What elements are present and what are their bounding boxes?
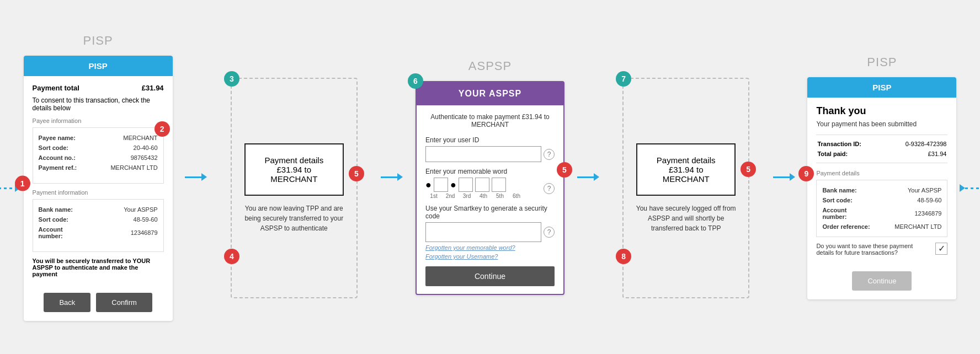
label-5th: 5th [493,193,507,199]
aspsp-title: ASPSP [468,59,512,73]
table-row: Transaction ID: 0-9328-472398 [817,140,946,148]
pisp-first-title: PISP [83,34,113,48]
payee-name-label: Payee name: [39,133,88,142]
payee-info-table: Payee name: MERCHANT Sort code: 20-40-60… [38,132,159,173]
label-6th: 6th [509,193,524,199]
sort-code2-label: Sort code: [39,215,88,224]
step3-notice: You are now leaving TPP and are being se… [241,203,348,233]
table-row: Order reference: MERCHANT LTD [822,222,941,231]
pisp-last-card: PISP Thank you Your payment has been sub… [807,77,956,299]
continue-button[interactable]: Continue [852,271,912,291]
badge-5-step7: 5 [741,162,756,177]
consent-text: To consent to this transaction, check th… [33,96,164,112]
payment-total-row: Payment total £31.94 [33,84,164,92]
badge-4: 4 [224,249,239,264]
back-button[interactable]: Back [44,293,90,312]
arrow-1-3 [185,173,207,181]
payment-ref-label: Payment ref.: [39,163,88,172]
pisp-first-card: PISP Payment total £31.94 To consent to … [24,56,173,321]
user-id-label: Enter your user ID [425,136,555,144]
memorable-box-2[interactable] [434,178,448,192]
pisp-first-body: Payment total £31.94 To consent to this … [24,76,173,293]
badge-3: 3 [224,71,239,87]
pisp-last-header: PISP [807,77,956,98]
bank-name-value: Your ASPSP [873,186,941,195]
section-step3: ASPSP 3 5 Payment details £31.94 to MERC… [207,56,381,298]
dashed-step3: 3 5 Payment details £31.94 to MERCHANT 4… [231,78,358,298]
memorable-help-icon[interactable]: ? [544,183,555,194]
table-row: Sort code: 48-59-60 [822,196,941,205]
memorable-word-row: ● ● 1st 2nd 3rd 4th [425,178,555,199]
transaction-table: Transaction ID: 0-9328-472398 Total paid… [816,135,947,163]
arrow-6-7 [577,173,599,181]
payment-ref-value: MERCHANT LTD [89,163,158,172]
account-number-label: Account number: [822,206,872,221]
table-row: Account number: 12346879 [39,225,158,240]
bank-name-value: Your ASPSP [89,205,158,214]
bank-name-label: Bank name: [39,205,88,214]
account-number-value: 12346879 [89,225,158,240]
thankyou-sub: Your payment has been submitted [816,120,947,128]
dot-1: ● [425,178,432,192]
right-arrow [960,184,980,192]
aspsp-header: YOUR ASPSP [417,82,563,105]
memorable-box-5[interactable] [475,178,489,192]
smartkey-help-icon[interactable]: ? [544,227,555,238]
table-row: Bank name: Your ASPSP [822,186,941,195]
aspsp-continue-button[interactable]: Continue [425,266,555,286]
smartkey-input[interactable] [425,222,541,242]
total-paid-label: Total paid: [817,149,883,158]
table-row: Sort code: 48-59-60 [39,215,158,224]
badge-2: 2 [155,121,170,137]
payee-name-value: MERCHANT [89,133,158,142]
table-row: Total paid: £31.94 [817,149,946,158]
table-row: Account no.: 98765432 [39,153,158,162]
label-3rd: 3rd [460,193,474,199]
section-step7: ASPSP 7 5 Payment details £31.94 to MERC… [599,56,773,298]
total-paid-value: £31.94 [885,149,946,158]
table-row: Payee name: MERCHANT [39,133,158,142]
table-row: Sort code: 20-40-60 [39,143,158,152]
memorable-labels: 1st 2nd 3rd 4th 5th 6th [425,193,541,199]
pisp-first-header: PISP [24,56,173,76]
label-1st: 1st [427,193,441,199]
thankyou-title: Thank you [816,105,947,117]
memorable-box-4[interactable] [459,178,473,192]
transfer-notice: You will be securely transferred to YOUR… [33,258,164,277]
memorable-box-6[interactable] [492,178,506,192]
confirm-button[interactable]: Confirm [96,293,152,312]
badge-1: 1 [15,176,30,191]
payment-info-label: Payment information [33,189,164,196]
sort-code-label: Sort code: [822,196,872,205]
payee-info-label: Payee information [33,117,164,124]
sort-code-label: Sort code: [39,143,88,152]
user-id-row: ? [425,146,555,162]
badge-6: 6 [408,73,423,89]
save-checkbox[interactable]: ✓ [935,243,947,255]
dashed-step7: 7 5 Payment details £31.94 to MERCHANT 8… [622,78,749,298]
badge-5-step3: 5 [349,166,364,181]
bank-name-label: Bank name: [822,186,872,195]
payment-info-table: Bank name: Your ASPSP Sort code: 48-59-6… [38,204,159,242]
aspsp-body: Authenticate to make payment £31.94 to M… [417,105,563,294]
sort-code2-value: 48-59-60 [89,215,158,224]
forgotten-username-link[interactable]: Forgotten your Username? [425,253,555,260]
dot-3: ● [450,178,456,192]
user-id-help-icon[interactable]: ? [544,149,555,160]
save-row: Do you want to save these payment detail… [816,243,947,256]
section-aspsp: ASPSP 6 5 YOUR ASPSP Authenticate to mak… [403,59,577,295]
table-row: Bank name: Your ASPSP [39,205,158,214]
forgotten-word-link[interactable]: Forgotten your memorable word? [425,244,555,251]
pisp-last-payment-table: Bank name: Your ASPSP Sort code: 48-59-6… [816,180,947,237]
badge-8: 8 [616,249,631,264]
table-row: Payment ref.: MERCHANT LTD [39,163,158,172]
step7-notice: You have securely logged off from ASPSP … [632,203,739,233]
order-ref-label: Order reference: [822,222,872,231]
user-id-input[interactable] [425,146,541,162]
sort-code-value: 48-59-60 [873,196,941,205]
label-4th: 4th [476,193,491,199]
payment-details-label: Payment details [816,170,947,176]
section-pisp-first: PISP 1 PISP Payment total £31.94 To cons… [11,34,185,321]
smartkey-label: Use your Smartkey to generate a security… [425,205,555,220]
order-ref-value: MERCHANT LTD [873,222,941,231]
